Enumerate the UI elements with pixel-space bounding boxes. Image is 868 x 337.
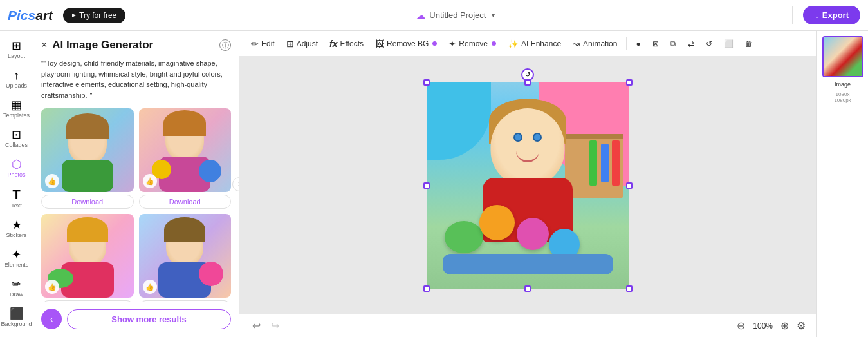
ai-enhance-icon: ✨ — [508, 39, 519, 49]
edit-icon: ✏ — [251, 39, 259, 49]
zoom-level-display: 100% — [753, 322, 773, 331]
canvas-area[interactable]: ↺ — [239, 57, 816, 314]
back-button[interactable]: ‹ — [41, 309, 62, 329]
like-icon-1[interactable]: 👍 — [45, 174, 59, 188]
download-button-1[interactable]: Download — [41, 195, 134, 209]
toolbar-separator — [626, 37, 627, 50]
right-panel: Image 1080x1080px — [817, 31, 868, 337]
ai-image-card-4[interactable]: 👍 Download — [139, 214, 232, 302]
sidebar-item-account[interactable]: 👤 — [3, 334, 31, 337]
eye-left — [513, 133, 522, 142]
download-button-2[interactable]: Download — [139, 195, 232, 209]
collages-icon: ⊡ — [12, 129, 21, 140]
photos-icon: ⬡ — [12, 159, 22, 170]
layer-thumbnail[interactable] — [822, 36, 863, 77]
zoom-in-button[interactable]: ⊕ — [777, 318, 793, 333]
toy-pink — [517, 218, 549, 250]
text-icon: T — [12, 188, 20, 201]
adjust-tool-wrap: ⊞ Adjust — [281, 36, 323, 52]
ai-prompt-text: ""Toy design, child-friendly materials, … — [41, 58, 231, 101]
sidebar-item-elements[interactable]: ✦ Elements — [3, 245, 31, 272]
zoom-out-button[interactable]: ⊖ — [733, 318, 749, 333]
ai-enhance-button[interactable]: ✨ AI Enhance — [503, 36, 566, 52]
handle-br[interactable] — [626, 285, 633, 292]
sidebar-item-draw[interactable]: ✏ Draw — [3, 274, 31, 302]
background-icon: ⬛ — [10, 308, 24, 320]
download-button-3[interactable]: Download — [41, 300, 134, 302]
templates-icon: ▦ — [11, 99, 22, 111]
effects-button[interactable]: fx Effects — [324, 36, 369, 52]
ai-image-card-2[interactable]: 👍 Download — [139, 108, 232, 209]
panel-collapse-arrow[interactable]: › — [232, 177, 239, 191]
redo-button[interactable]: ↪ — [268, 317, 282, 334]
project-dropdown-icon[interactable]: ▼ — [490, 12, 496, 19]
adjust-button[interactable]: ⊞ Adjust — [281, 36, 323, 52]
undo-button[interactable]: ↩ — [250, 317, 263, 334]
canvas-image-wrapper[interactable]: ↺ — [427, 82, 629, 289]
handle-tr[interactable] — [626, 79, 633, 86]
handle-mr[interactable] — [626, 182, 633, 189]
handle-tm[interactable] — [524, 79, 531, 86]
toolbar: ✏ Edit ⊞ Adjust fx Effects 🖼 Remo — [239, 31, 816, 57]
sidebar-item-collages[interactable]: ⊡ Collages — [3, 125, 31, 152]
sidebar-item-text[interactable]: T Text — [3, 184, 31, 213]
layers-tool-button[interactable]: ⧉ — [665, 37, 681, 51]
ai-enhance-tool-wrap: ✨ AI Enhance — [503, 36, 566, 52]
sidebar-item-photos[interactable]: ⬡ Photos — [3, 155, 31, 182]
handle-tl[interactable] — [423, 79, 430, 86]
brush-icon: ● — [636, 39, 640, 48]
remove-tool-wrap: ✦ Remove — [443, 36, 501, 52]
left-sidebar: ⊞ Layout ↑ Uploads ▦ Templates ⊡ Collage… — [0, 31, 33, 337]
brush-tool-button[interactable]: ● — [631, 37, 645, 51]
edit-button[interactable]: ✏ Edit — [246, 36, 280, 52]
crop-tool-button[interactable]: ⊠ — [647, 37, 664, 51]
sidebar-item-templates[interactable]: ▦ Templates — [3, 95, 31, 122]
like-icon-3[interactable]: 👍 — [45, 280, 59, 294]
download-button-4[interactable]: Download — [139, 300, 232, 302]
elements-icon: ✦ — [12, 249, 21, 260]
animation-icon: ↝ — [573, 39, 580, 49]
shelf-item-2 — [601, 144, 609, 182]
like-icon-2[interactable]: 👍 — [143, 174, 157, 188]
remove-button[interactable]: ✦ Remove — [443, 36, 501, 52]
rotate-tool-button[interactable]: ↺ — [701, 37, 717, 51]
frame-icon: ⬜ — [724, 39, 734, 48]
thumbnail-preview — [824, 37, 862, 76]
ai-panel-header: × AI Image Generator ⓘ — [41, 39, 231, 52]
like-icon-4[interactable]: 👍 — [143, 280, 157, 294]
show-more-button[interactable]: Show more results — [67, 309, 231, 329]
draw-icon: ✏ — [12, 278, 21, 290]
remove-bg-button[interactable]: 🖼 Remove BG — [370, 36, 442, 52]
ai-panel-close-button[interactable]: × — [41, 39, 47, 51]
sidebar-item-stickers[interactable]: ★ Stickers — [3, 215, 31, 242]
topbar-divider — [792, 6, 793, 24]
ai-panel-info-button[interactable]: ⓘ — [219, 39, 231, 51]
zoom-controls: ⊖ 100% ⊕ ⚙ — [733, 318, 806, 333]
layout-icon: ⊞ — [12, 40, 21, 52]
shelf-item-1 — [612, 140, 620, 186]
flip-tool-button[interactable]: ⇄ — [683, 37, 699, 51]
sidebar-item-uploads[interactable]: ↑ Uploads — [3, 66, 31, 93]
topbar: Picsart Try for free ☁ Untitled Project … — [0, 0, 868, 31]
try-for-free-button[interactable]: Try for free — [63, 8, 125, 23]
main-layout: ⊞ Layout ↑ Uploads ▦ Templates ⊡ Collage… — [0, 31, 868, 337]
crop-icon: ⊠ — [652, 39, 659, 48]
sidebar-item-layout[interactable]: ⊞ Layout — [3, 36, 31, 63]
project-name-area[interactable]: ☁ Untitled Project ▼ — [131, 10, 782, 21]
ai-image-card-1[interactable]: 👍 Download — [41, 108, 134, 209]
handle-ml[interactable] — [423, 182, 430, 189]
frame-tool-button[interactable]: ⬜ — [719, 37, 739, 51]
bg-shape-blue — [427, 82, 491, 160]
ai-image-card-3[interactable]: 👍 Download — [41, 214, 134, 302]
eye-right — [533, 133, 542, 142]
export-button[interactable]: ↓ Export — [803, 6, 860, 24]
delete-tool-button[interactable]: 🗑 — [740, 37, 758, 51]
handle-bm[interactable] — [524, 285, 531, 292]
layer-label: Image — [835, 81, 851, 88]
handle-bl[interactable] — [423, 285, 430, 292]
project-name: Untitled Project — [429, 10, 486, 20]
animation-button[interactable]: ↝ Animation — [568, 36, 622, 52]
sidebar-item-background[interactable]: ⬛ Background — [3, 304, 31, 331]
canvas-settings-button[interactable]: ⚙ — [797, 320, 806, 332]
child-face — [491, 108, 565, 186]
